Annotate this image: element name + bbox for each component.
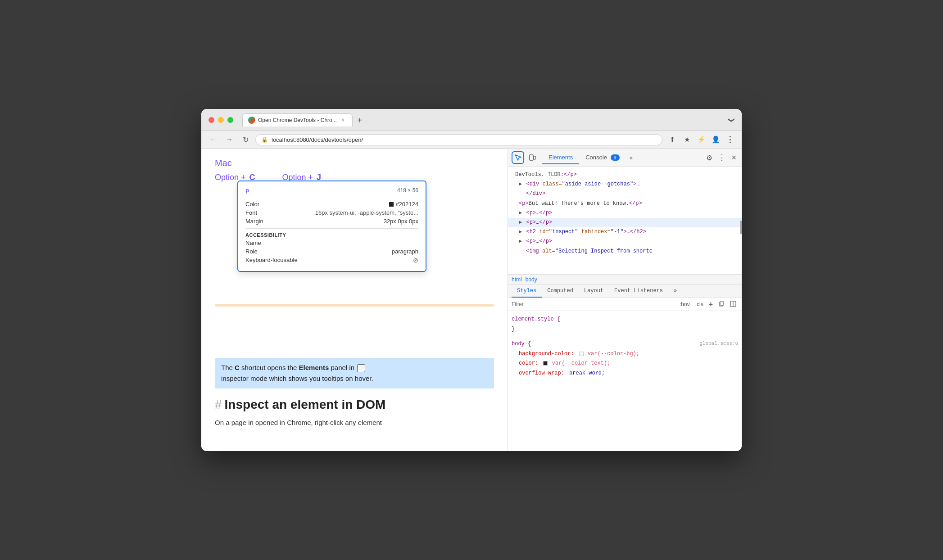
element-tooltip: p 418 × 56 Color #202124 Font 16px syste…: [237, 181, 426, 272]
color-text-swatch: [543, 361, 548, 366]
new-tab-button[interactable]: +: [354, 114, 366, 126]
styles-content: element.style { } body { _global.scss:6: [508, 311, 742, 388]
devtools-tabs: Elements Console 9 »: [542, 151, 636, 164]
tooltip-font-row: Font 16px system-ui, -apple-system, "sys…: [245, 209, 418, 216]
share-button[interactable]: ⬆: [666, 133, 679, 146]
dom-line-5-highlighted[interactable]: ▶ <p>…</p>: [508, 218, 742, 227]
device-icon: [529, 154, 536, 161]
tab-close-button[interactable]: ×: [340, 117, 347, 124]
body-rule: body { _global.scss:6 background-color: …: [512, 339, 738, 378]
settings-button[interactable]: ⋮: [724, 133, 736, 146]
page-content: Mac Option + C Option + J p 418 × 56: [201, 149, 508, 451]
dom-line-7[interactable]: ▶ <p>…</p>: [508, 237, 742, 246]
breadcrumb-html[interactable]: html: [512, 276, 522, 283]
styles-filter-input[interactable]: [512, 301, 674, 307]
window-controls-right: ❯: [729, 117, 734, 126]
tooltip-name-row: Name: [245, 239, 418, 246]
body-prop3: overflow-wrap:: [519, 370, 564, 376]
breadcrumb-body[interactable]: body: [526, 276, 537, 283]
url-text: localhost:8080/docs/devtools/open/: [272, 136, 657, 143]
styles-filter-actions: :hov .cls +: [678, 300, 738, 309]
maximize-traffic-light[interactable]: [227, 117, 233, 123]
tooltip-keyboard-row: Keyboard-focusable ⊘: [245, 257, 418, 264]
inspector-icon: [514, 154, 521, 161]
lock-icon: 🔒: [261, 136, 268, 143]
orange-highlight-bar: [215, 304, 494, 307]
tab-dropdown-icon[interactable]: ❯: [728, 117, 735, 123]
cls-filter-button[interactable]: .cls: [694, 301, 705, 308]
tab-console[interactable]: Console 9: [579, 151, 626, 164]
minimize-traffic-light[interactable]: [218, 117, 224, 123]
tooltip-margin-value: 32px 0px 0px: [384, 218, 418, 225]
dom-line-1[interactable]: ▶ <div class="aside aside--gotchas">…: [508, 180, 742, 189]
profile-button[interactable]: 👤: [709, 133, 722, 146]
tab-event-listeners[interactable]: Event Listeners: [609, 285, 668, 298]
tabs-row: Open Chrome DevTools - Chro... × + ❯: [242, 113, 734, 126]
tooltip-divider: [245, 228, 418, 229]
forward-button[interactable]: →: [223, 133, 236, 146]
body-source: _global.scss:6: [697, 339, 738, 348]
highlighted-paragraph: The C shortcut opens the Elements panel …: [215, 358, 494, 388]
heading-text: Inspect an element in DOM: [225, 397, 386, 411]
more-tabs-btn[interactable]: »: [626, 153, 636, 163]
tab-computed[interactable]: Computed: [542, 285, 579, 298]
address-bar[interactable]: 🔒 localhost:8080/docs/devtools/open/: [255, 134, 662, 145]
style-extra-btn1[interactable]: [716, 300, 726, 309]
style-extra-btn2[interactable]: [728, 300, 738, 309]
dom-line-2: </div>: [508, 189, 742, 199]
tab-title: Open Chrome DevTools - Chro...: [258, 117, 337, 123]
gear-button[interactable]: ⚙: [704, 152, 714, 164]
highlighted-text-4: inspector mode which shows you tooltips …: [221, 375, 373, 382]
body-selector: body {: [512, 341, 531, 347]
reload-button[interactable]: ↻: [239, 133, 252, 146]
styles-tabs: Styles Computed Layout Event Listeners »: [508, 285, 742, 298]
tooltip-keyboard-value: ⊘: [413, 257, 418, 264]
nav-actions: ⬆ ★ ⚡ 👤 ⋮: [666, 133, 736, 146]
inspector-icon-inline: [357, 364, 365, 372]
hov-filter-button[interactable]: :hov: [678, 301, 692, 308]
body-prop1: background-color:: [519, 351, 574, 357]
dom-breadcrumb: html body: [508, 275, 742, 285]
tooltip-role-label: Role: [245, 248, 258, 255]
dom-line-4[interactable]: ▶ <p>…</p>: [508, 208, 742, 218]
tab-elements[interactable]: Elements: [542, 151, 579, 164]
device-toolbar-button[interactable]: [526, 151, 539, 164]
nav-bar: ← → ↻ 🔒 localhost:8080/docs/devtools/ope…: [201, 131, 742, 149]
body-val1-prefix: var(--color-bg);: [579, 351, 639, 357]
devtools-panel: Elements Console 9 » ⚙ ⋮ × DevTools. TLD…: [508, 149, 742, 451]
active-tab[interactable]: Open Chrome DevTools - Chro... ×: [242, 113, 353, 126]
body-val1: var(--color-bg);: [588, 351, 639, 357]
inspector-button[interactable]: [512, 151, 524, 164]
tab-styles[interactable]: Styles: [512, 285, 542, 298]
extensions-button[interactable]: ⚡: [695, 133, 707, 146]
hash-symbol: #: [215, 397, 222, 411]
shortcut-c-bold: C: [235, 364, 240, 371]
body-val2-container: var(--color-text);: [543, 360, 610, 366]
tooltip-accessibility-label: ACCESSIBILITY: [245, 232, 418, 238]
tooltip-role-value: paragraph: [392, 248, 418, 255]
svg-rect-1: [534, 156, 535, 159]
tooltip-margin-label: Margin: [245, 218, 263, 225]
element-style-close: }: [512, 326, 515, 332]
scroll-indicator: [740, 221, 742, 234]
tab-layout[interactable]: Layout: [579, 285, 609, 298]
body-prop2: color:: [519, 360, 538, 366]
highlighted-text-2: shortcut opens the: [240, 364, 299, 371]
traffic-lights-row: Open Chrome DevTools - Chro... × + ❯: [209, 113, 734, 126]
more-options-button[interactable]: ⋮: [716, 151, 728, 164]
dom-line-6[interactable]: ▶ <h2 id="inspect" tabindex="-1">…</h2>: [508, 227, 742, 237]
page-paragraph: On a page in opened in Chrome, right-cli…: [215, 417, 494, 428]
add-style-button[interactable]: +: [707, 300, 715, 309]
back-button[interactable]: ←: [207, 133, 219, 146]
inspect-heading: #Inspect an element in DOM: [215, 397, 494, 412]
tooltip-name-label: Name: [245, 239, 261, 246]
copy-styles-icon: [718, 301, 725, 307]
dom-line-8: <img alt="Selecting Inspect from shortc: [508, 247, 742, 256]
console-badge: 9: [611, 154, 620, 161]
close-traffic-light[interactable]: [209, 117, 214, 123]
devtools-close-button[interactable]: ×: [730, 151, 738, 164]
tab-more[interactable]: »: [668, 285, 682, 298]
page-text-area: The C shortcut opens the Elements panel …: [215, 304, 494, 428]
body-val3: break-word;: [569, 370, 605, 376]
bookmark-button[interactable]: ★: [680, 133, 693, 146]
